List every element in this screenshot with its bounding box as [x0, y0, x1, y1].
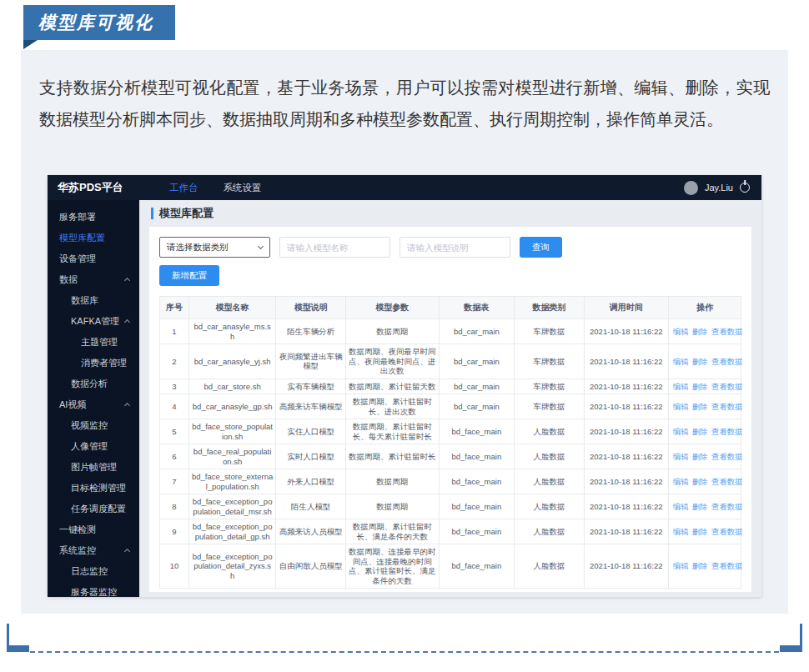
- cell-model-params: 数据周期、夜间最早时间点、夜间最晚时间点、进出次数: [346, 344, 440, 379]
- section-badge: 模型库可视化: [23, 5, 175, 40]
- cell-data-table: bd_car_main: [439, 319, 515, 344]
- table-row: 5bd_face_store_population.sh实住人口模型数据周期、累…: [160, 419, 741, 444]
- cell-model-desc: 实时人口模型: [276, 444, 346, 469]
- cell-operations: 编辑删除查看数据: [668, 544, 741, 589]
- power-icon[interactable]: [740, 183, 750, 193]
- sidebar-item-label: 图片帧管理: [71, 461, 117, 474]
- sidebar-item-5[interactable]: 数据库: [48, 290, 139, 311]
- edit-link[interactable]: 编辑: [673, 427, 689, 436]
- delete-link[interactable]: 删除: [692, 402, 708, 411]
- delete-link[interactable]: 删除: [692, 527, 708, 536]
- nav-menu-settings[interactable]: 系统设置: [224, 182, 262, 194]
- view-data-link[interactable]: 查看数据: [711, 502, 743, 511]
- sidebar-item-label: 日志监控: [71, 565, 108, 578]
- sidebar-item-19[interactable]: 服务器监控: [48, 582, 139, 597]
- filter-bar: 请选择数据类别 查询: [159, 237, 741, 258]
- sidebar-item-17[interactable]: 系统监控: [48, 540, 139, 561]
- cell-model-desc: 实住人口模型: [276, 419, 346, 444]
- column-header: 序号: [160, 297, 189, 319]
- sidebar-item-label: 数据: [59, 273, 78, 286]
- search-button[interactable]: 查询: [520, 237, 562, 258]
- title-accent-bar: [151, 208, 153, 219]
- cell-data-table: bd_face_main: [439, 444, 515, 469]
- view-data-link[interactable]: 查看数据: [711, 427, 743, 436]
- column-header: 数据表: [439, 297, 515, 319]
- cell-data-table: bd_face_main: [439, 469, 515, 494]
- sidebar-item-14[interactable]: 目标检测管理: [48, 478, 139, 499]
- table-row: 6bd_face_real_population.sh实时人口模型数据周期、累计…: [160, 444, 741, 469]
- sidebar-item-2[interactable]: 模型库配置: [48, 228, 139, 248]
- view-data-link[interactable]: 查看数据: [711, 452, 743, 461]
- delete-link[interactable]: 删除: [692, 452, 708, 461]
- view-data-link[interactable]: 查看数据: [711, 357, 743, 366]
- category-select[interactable]: 请选择数据类别: [159, 237, 270, 258]
- sidebar-item-7[interactable]: 主题管理: [48, 332, 139, 353]
- cell-model-name: bd_car_anasyle_gp.sh: [188, 394, 276, 419]
- cell-data-table: bd_face_main: [439, 544, 515, 589]
- view-data-link[interactable]: 查看数据: [711, 327, 743, 336]
- sidebar-item-label: 目标检测管理: [71, 482, 126, 494]
- delete-link[interactable]: 删除: [692, 382, 708, 391]
- delete-link[interactable]: 删除: [692, 502, 708, 511]
- sidebar-item-8[interactable]: 消费者管理: [48, 353, 139, 374]
- edit-link[interactable]: 编辑: [673, 477, 689, 486]
- view-data-link[interactable]: 查看数据: [711, 382, 743, 391]
- cell-model-desc: 陌生车辆分析: [276, 319, 346, 344]
- cell-model-desc: 自由闲散人员模型: [276, 544, 346, 589]
- edit-link[interactable]: 编辑: [673, 561, 689, 570]
- cell-call-time: 2021-10-18 11:16:22: [584, 469, 668, 494]
- model-name-input[interactable]: [279, 237, 390, 258]
- edit-link[interactable]: 编辑: [673, 382, 689, 391]
- table-row: 2bd_car_anasyle_yj.sh夜间频繁进出车辆模型数据周期、夜间最早…: [160, 344, 741, 379]
- cell-data-category: 人脸数据: [515, 419, 585, 444]
- cell-data-category: 车牌数据: [515, 319, 585, 344]
- sidebar-item-11[interactable]: 视频监控: [48, 415, 139, 436]
- sidebar-item-12[interactable]: 人像管理: [48, 436, 139, 457]
- view-data-link[interactable]: 查看数据: [711, 527, 743, 536]
- add-config-button[interactable]: 新增配置: [159, 265, 219, 286]
- sidebar-item-3[interactable]: 设备管理: [48, 248, 139, 269]
- sidebar-item-9[interactable]: 数据分析: [48, 374, 139, 394]
- sidebar-item-13[interactable]: 图片帧管理: [48, 457, 139, 478]
- edit-link[interactable]: 编辑: [673, 402, 689, 411]
- cell-model-name: bd_car_anasyle_ms.sh: [188, 319, 276, 344]
- cell-operations: 编辑删除查看数据: [668, 319, 741, 344]
- sidebar-item-label: 服务器监控: [71, 586, 117, 597]
- cell-data-category: 人脸数据: [515, 469, 585, 494]
- table-row: 9bd_face_exception_population_detail_gp.…: [160, 519, 741, 544]
- sidebar-item-16[interactable]: 一键检测: [48, 519, 139, 540]
- cell-data-category: 车牌数据: [515, 344, 585, 379]
- nav-menu-workbench[interactable]: 工作台: [169, 182, 198, 194]
- cell-call-time: 2021-10-18 11:16:22: [584, 419, 668, 444]
- table-row: 1bd_car_anasyle_ms.sh陌生车辆分析数据周期bd_car_ma…: [160, 319, 741, 344]
- cell-model-name: bd_car_anasyle_yj.sh: [188, 344, 276, 379]
- cell-data-table: bd_car_main: [439, 379, 515, 394]
- view-data-link[interactable]: 查看数据: [711, 561, 743, 570]
- edit-link[interactable]: 编辑: [673, 452, 689, 461]
- delete-link[interactable]: 删除: [692, 561, 708, 570]
- sidebar-item-1[interactable]: 服务部署: [48, 207, 139, 228]
- category-select-value: 请选择数据类别: [167, 242, 229, 253]
- delete-link[interactable]: 删除: [692, 357, 708, 366]
- cell-call-time: 2021-10-18 11:16:22: [584, 519, 668, 544]
- sidebar-item-6[interactable]: KAFKA管理: [48, 311, 139, 332]
- edit-link[interactable]: 编辑: [673, 327, 689, 336]
- edit-link[interactable]: 编辑: [673, 357, 689, 366]
- edit-link[interactable]: 编辑: [673, 527, 689, 536]
- cell-operations: 编辑删除查看数据: [668, 469, 741, 494]
- view-data-link[interactable]: 查看数据: [711, 402, 743, 411]
- avatar[interactable]: [684, 181, 698, 195]
- model-desc-input[interactable]: [399, 237, 510, 258]
- edit-link[interactable]: 编辑: [673, 502, 689, 511]
- delete-link[interactable]: 删除: [692, 427, 708, 436]
- sidebar-item-18[interactable]: 日志监控: [48, 561, 139, 582]
- delete-link[interactable]: 删除: [692, 477, 708, 486]
- view-data-link[interactable]: 查看数据: [711, 477, 743, 486]
- sidebar-item-4[interactable]: 数据: [48, 269, 139, 290]
- table-row: 4bd_car_anasyle_gp.sh高频来访车辆模型数据周期、累计驻留时长…: [160, 394, 741, 419]
- cell-model-params: 数据周期、累计驻留天数: [346, 379, 440, 394]
- delete-link[interactable]: 删除: [692, 327, 708, 336]
- content-panel: 支持数据分析模型可视化配置，基于业务场景，用户可以按需对模型进行新增、编辑、删除…: [21, 50, 788, 614]
- sidebar-item-10[interactable]: AI视频: [48, 394, 139, 415]
- sidebar-item-15[interactable]: 任务调度配置: [48, 499, 139, 519]
